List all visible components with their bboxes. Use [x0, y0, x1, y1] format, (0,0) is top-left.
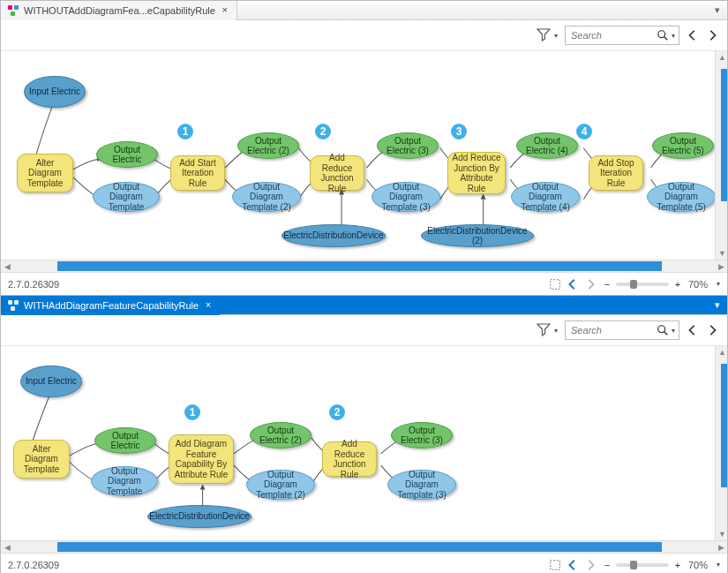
vscrollbar-2[interactable]: ▲ ▼: [715, 346, 727, 540]
node-rule-4[interactable]: Add Stop Iteration Rule: [589, 155, 643, 191]
filter-button[interactable]: [537, 27, 551, 43]
filter-caret-icon[interactable]: ▾: [554, 327, 558, 335]
node-output-diagram-template-2[interactable]: Output Diagram Template (2): [232, 182, 301, 212]
svg-rect-0: [8, 5, 12, 10]
canvas-outer-2: Input Electric Alter Diagram Template Ou…: [1, 346, 727, 540]
search-icon[interactable]: [657, 29, 669, 41]
node-rule-2[interactable]: Add Reduce Junction Rule: [322, 441, 377, 477]
node-output-electric-2[interactable]: Output Electric (2): [250, 422, 311, 449]
node-input-electric[interactable]: Input Electric: [20, 366, 82, 397]
node-alter-template[interactable]: Alter Diagram Template: [13, 440, 70, 479]
tabbar-chevron-down-icon[interactable]: ▾: [708, 299, 727, 311]
tab-with[interactable]: WITHAddDiagramFeatureCapabilityRule ×: [1, 296, 220, 315]
badge-1: 1: [183, 403, 202, 422]
zoom-in-icon[interactable]: +: [672, 279, 683, 290]
history-back-icon[interactable]: [567, 278, 579, 290]
statusbar-1: 2.7.0.26309 − + 70% ▾: [1, 272, 727, 295]
node-output-diagram-template-5[interactable]: Output Diagram Template (5): [647, 182, 716, 212]
history-fwd-icon[interactable]: [584, 559, 597, 571]
node-output-diagram-template[interactable]: Output Diagram Template: [91, 466, 158, 496]
zoom-caret-icon[interactable]: ▾: [717, 561, 720, 569]
node-output-electric-5[interactable]: Output Electric (5): [652, 132, 714, 159]
node-output-diagram-template-2[interactable]: Output Diagram Template (2): [246, 470, 315, 500]
pane-without: WITHOUTAddDiagramFea...eCapabilityRule ×…: [1, 1, 727, 296]
svg-point-9: [658, 326, 665, 333]
node-edd[interactable]: ElectricDistributionDevice: [147, 505, 251, 528]
svg-rect-6: [8, 300, 12, 305]
diagram-canvas-1[interactable]: Input Electric Alter Diagram Template Ou…: [1, 51, 727, 260]
search-input[interactable]: [569, 29, 657, 41]
tabbar-1: WITHOUTAddDiagramFea...eCapabilityRule ×…: [1, 1, 727, 20]
filter-button[interactable]: [537, 322, 551, 338]
model-icon: [8, 5, 19, 16]
canvas-outer-1: Input Electric Alter Diagram Template Ou…: [1, 51, 727, 260]
node-output-electric-2[interactable]: Output Electric (2): [237, 132, 299, 159]
tab-without[interactable]: WITHOUTAddDiagramFea...eCapabilityRule ×: [1, 1, 237, 20]
toolbar-1: ▾ ▾: [1, 20, 727, 51]
funnel-icon: [537, 322, 551, 336]
node-output-electric-3[interactable]: Output Electric (3): [377, 132, 439, 159]
filter-caret-icon[interactable]: ▾: [554, 32, 558, 40]
badge-2: 2: [313, 122, 333, 141]
hscrollbar-2[interactable]: ◀ ▶: [1, 540, 727, 553]
svg-point-3: [658, 31, 665, 38]
version-text: 2.7.0.26309: [8, 560, 59, 570]
badge-3: 3: [449, 122, 469, 141]
search-box[interactable]: ▾: [565, 320, 679, 340]
search-box[interactable]: ▾: [565, 26, 679, 45]
zoom-in-icon[interactable]: +: [672, 560, 683, 570]
close-icon[interactable]: ×: [204, 301, 213, 310]
node-output-electric-3[interactable]: Output Electric (3): [391, 422, 453, 449]
node-rule-1[interactable]: Add Start Iteration Rule: [170, 155, 225, 191]
node-edd[interactable]: ElectricDistributionDevice: [281, 224, 386, 247]
search-input[interactable]: [569, 324, 657, 336]
svg-rect-11: [551, 560, 560, 569]
badge-2: 2: [327, 403, 347, 422]
node-output-electric[interactable]: Output Electric: [94, 427, 156, 454]
zoom-control[interactable]: − +: [602, 279, 683, 290]
tabbar-chevron-down-icon[interactable]: ▾: [708, 4, 727, 16]
tabbar-2: WITHAddDiagramFeatureCapabilityRule × ▾: [1, 296, 727, 315]
fit-icon[interactable]: [549, 278, 561, 290]
search-caret-icon[interactable]: ▾: [672, 32, 675, 40]
node-output-diagram-template[interactable]: Output Diagram Template: [93, 182, 160, 212]
svg-rect-7: [14, 300, 19, 305]
toolbar-2: ▾ ▾: [1, 315, 727, 346]
node-input-electric[interactable]: Input Electric: [24, 76, 86, 108]
diagram-canvas-2[interactable]: Input Electric Alter Diagram Template Ou…: [1, 346, 727, 540]
badge-4: 4: [574, 122, 594, 141]
node-output-electric[interactable]: Output Electric: [96, 141, 158, 168]
nav-next-icon[interactable]: [706, 324, 718, 336]
history-back-icon[interactable]: [567, 559, 579, 571]
svg-rect-1: [14, 5, 19, 10]
node-output-diagram-template-3[interactable]: Output Diagram Template (3): [372, 182, 440, 212]
zoom-control[interactable]: − +: [602, 560, 683, 570]
node-rule-2[interactable]: Add Reduce Junction Rule: [310, 155, 364, 191]
node-output-electric-4[interactable]: Output Electric (4): [516, 132, 578, 159]
close-icon[interactable]: ×: [221, 6, 229, 15]
node-rule-1[interactable]: Add Diagram Feature Capability By Attrib…: [169, 434, 234, 484]
node-rule-3[interactable]: Add Reduce Junction By Attribute Rule: [447, 152, 506, 194]
node-alter-template[interactable]: Alter Diagram Template: [17, 154, 73, 192]
nav-prev-icon[interactable]: [687, 29, 699, 41]
node-output-diagram-template-3[interactable]: Output Diagram Template (3): [387, 470, 456, 500]
vscrollbar-1[interactable]: ▲ ▼: [715, 51, 727, 260]
zoom-out-icon[interactable]: −: [602, 560, 612, 570]
zoom-caret-icon[interactable]: ▾: [717, 280, 720, 288]
svg-line-4: [664, 37, 668, 41]
node-output-diagram-template-4[interactable]: Output Diagram Template (4): [511, 182, 580, 212]
zoom-out-icon[interactable]: −: [602, 279, 612, 290]
nav-next-icon[interactable]: [706, 29, 718, 41]
funnel-icon: [537, 27, 551, 41]
svg-line-10: [664, 332, 668, 336]
zoom-value: 70%: [688, 560, 708, 570]
search-icon[interactable]: [657, 324, 669, 336]
node-edd-2[interactable]: ElectricDistributionDevice (2): [421, 224, 534, 247]
hscrollbar-1[interactable]: ◀ ▶: [1, 260, 727, 272]
pane-with: WITHAddDiagramFeatureCapabilityRule × ▾ …: [1, 296, 727, 573]
history-fwd-icon[interactable]: [584, 278, 597, 290]
nav-prev-icon[interactable]: [687, 324, 699, 336]
search-caret-icon[interactable]: ▾: [672, 327, 675, 335]
badge-1: 1: [176, 122, 195, 141]
fit-icon[interactable]: [549, 559, 561, 571]
